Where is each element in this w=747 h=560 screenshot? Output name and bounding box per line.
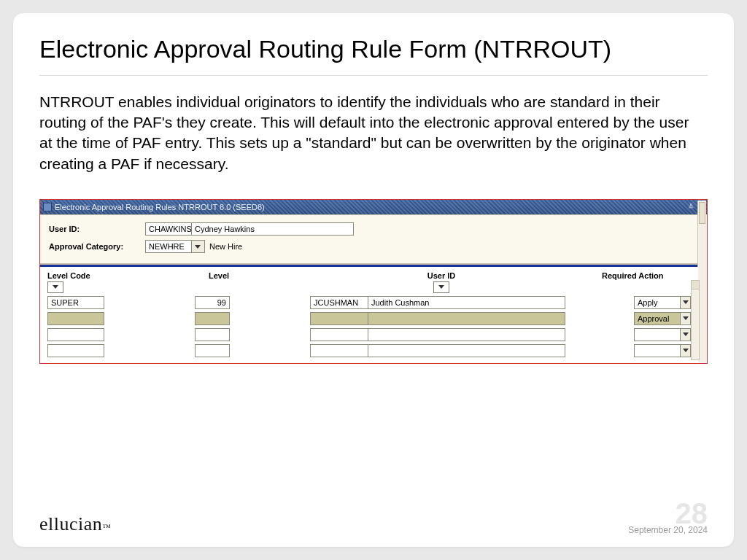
brand-logo: ellucian™ bbox=[39, 513, 112, 535]
slide-card: Electronic Approval Routing Rule Form (N… bbox=[13, 13, 734, 547]
approval-category-field[interactable]: NEWHRE bbox=[145, 240, 192, 253]
cell-level-code[interactable] bbox=[47, 344, 104, 357]
cell-required-action[interactable] bbox=[634, 328, 691, 341]
user-id-row: User ID: CHAWKINS Cydney Hawkins bbox=[49, 222, 689, 236]
approval-category-dropdown-icon[interactable] bbox=[192, 240, 205, 253]
cell-level[interactable] bbox=[195, 312, 230, 325]
cell-user-name[interactable] bbox=[368, 312, 565, 325]
title-divider bbox=[39, 75, 708, 76]
grid-row: Approval bbox=[47, 312, 691, 325]
form-header-area: User ID: CHAWKINS Cydney Hawkins Approva… bbox=[40, 214, 698, 265]
user-id-field[interactable]: CHAWKINS bbox=[145, 222, 192, 236]
page-date: September 20, 2024 bbox=[628, 525, 708, 535]
approval-category-label: Approval Category: bbox=[49, 242, 145, 251]
grid-row bbox=[47, 344, 691, 357]
page-number: 28 bbox=[628, 500, 708, 526]
grid-scrollbar[interactable] bbox=[691, 280, 700, 360]
user-id-label: User ID: bbox=[49, 225, 145, 233]
grid-row bbox=[47, 328, 691, 341]
cell-user-id[interactable]: JCUSHMAN bbox=[310, 296, 368, 309]
cell-required-action[interactable]: Approval bbox=[634, 312, 691, 325]
minimize-icon[interactable]: ≚ bbox=[686, 203, 695, 211]
app-icon bbox=[43, 203, 52, 211]
routing-grid: Level Code Level User ID Required Action… bbox=[40, 267, 698, 363]
user-name-field[interactable]: Cydney Hawkins bbox=[192, 222, 354, 236]
outer-scrollbar-thumb[interactable] bbox=[699, 202, 705, 224]
cell-user-id[interactable] bbox=[310, 344, 368, 357]
action-dropdown-icon[interactable] bbox=[680, 297, 690, 308]
level-code-lookup-icon[interactable] bbox=[47, 281, 63, 293]
cell-user-name[interactable] bbox=[368, 344, 565, 357]
cell-user-id[interactable] bbox=[310, 328, 368, 341]
cell-required-action[interactable] bbox=[634, 344, 691, 357]
col-required-action: Required Action bbox=[602, 271, 664, 280]
cell-level[interactable] bbox=[195, 328, 230, 341]
grid-scroll-up-icon[interactable] bbox=[692, 281, 699, 289]
grid-row: SUPER99JCUSHMANJudith CushmanApply bbox=[47, 296, 691, 309]
slide-title: Electronic Approval Routing Rule Form (N… bbox=[39, 34, 708, 65]
cell-user-name[interactable] bbox=[368, 328, 565, 341]
cell-level[interactable] bbox=[195, 344, 230, 357]
slide-footer: ellucian™ 28 September 20, 2024 bbox=[39, 500, 708, 535]
cell-level-code[interactable] bbox=[47, 328, 104, 341]
approval-category-name: New Hire bbox=[209, 242, 242, 251]
cell-required-action[interactable]: Apply bbox=[634, 296, 691, 309]
approval-category-row: Approval Category: NEWHRE New Hire bbox=[49, 240, 689, 253]
grid-header: Level Code Level User ID Required Action bbox=[47, 271, 691, 293]
window-titlebar: Electronic Approval Routing Rules NTRROU… bbox=[40, 200, 707, 214]
window-title: Electronic Approval Routing Rules NTRROU… bbox=[55, 203, 265, 211]
cell-user-name[interactable]: Judith Cushman bbox=[368, 296, 565, 309]
action-dropdown-icon[interactable] bbox=[680, 313, 690, 324]
col-level: Level bbox=[209, 271, 229, 280]
col-level-code: Level Code bbox=[47, 271, 90, 280]
cell-level[interactable]: 99 bbox=[195, 296, 230, 309]
slide-body: NTRROUT enables individual originators t… bbox=[39, 92, 708, 174]
col-user-id: User ID bbox=[427, 271, 456, 280]
user-id-lookup-icon[interactable] bbox=[433, 281, 449, 293]
action-dropdown-icon[interactable] bbox=[680, 345, 690, 357]
cell-level-code[interactable] bbox=[47, 312, 104, 325]
cell-level-code[interactable]: SUPER bbox=[47, 296, 104, 309]
app-screenshot: Electronic Approval Routing Rules NTRROU… bbox=[39, 199, 708, 364]
action-dropdown-icon[interactable] bbox=[680, 329, 690, 341]
cell-user-id[interactable] bbox=[310, 312, 368, 325]
